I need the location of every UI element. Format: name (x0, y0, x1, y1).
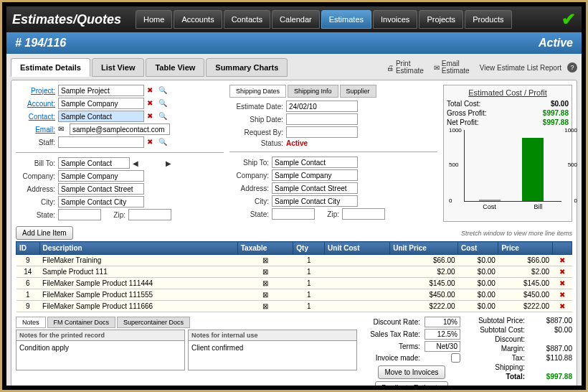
ship-address-input[interactable] (272, 182, 358, 194)
tab-shipping-info[interactable]: Shipping Info (288, 85, 338, 98)
tab-super-docs[interactable]: Supercontainer Docs (117, 317, 190, 328)
gross-profit-label: Gross Profit: (447, 109, 487, 117)
table-row[interactable]: 14Sample Product 111⊠1$2.00$0.00$2.00✖ (16, 266, 572, 278)
state-input[interactable] (58, 209, 101, 220)
email-estimate-link[interactable]: ✉Email Estimate (430, 60, 474, 75)
tab-supplier[interactable]: Supplier (340, 85, 376, 98)
tax-value: $110.88 (529, 354, 572, 362)
nav-tab-home[interactable]: Home (136, 10, 172, 29)
col-unit-cost[interactable]: Unit Cost (325, 242, 390, 255)
printed-notes-title: Notes for the printed record (16, 330, 184, 341)
account-input[interactable] (58, 98, 144, 109)
nav-tab-projects[interactable]: Projects (419, 10, 463, 29)
city-label: City: (16, 198, 55, 206)
total-cost-value: $0.00 (551, 100, 569, 108)
duplicate-estimate-button[interactable]: Duplicate Estimate (375, 381, 447, 386)
staff-input[interactable] (58, 136, 144, 148)
add-line-item-button[interactable]: Add Line Item (16, 226, 73, 240)
clear-icon[interactable]: ✖ (147, 86, 156, 95)
confirm-icon[interactable]: ✔ (561, 9, 576, 29)
tab-notes[interactable]: Notes (16, 317, 46, 328)
table-row[interactable]: 9FileMaker Training⊠1$66.00$0.00$66.00✖ (16, 255, 572, 266)
search-icon[interactable]: 🔍 (158, 86, 167, 95)
net-profit-label: Net Profit: (447, 118, 478, 126)
billto-input[interactable] (58, 157, 130, 169)
ship-zip-input[interactable] (342, 208, 385, 220)
help-icon[interactable]: ? (567, 62, 577, 73)
shipto-input[interactable] (272, 157, 358, 168)
ship-company-label: Company: (229, 172, 269, 179)
chevron-left-icon[interactable]: ◀ (133, 159, 138, 167)
clear-icon[interactable]: ✖ (147, 112, 156, 121)
delete-row-icon[interactable]: ✖ (559, 291, 565, 299)
cost-title: Estimated Cost / Profit (447, 88, 569, 97)
email-input[interactable] (70, 123, 170, 135)
table-row[interactable]: 1FileMaker Sample Product 111555⊠1$450.0… (16, 289, 572, 301)
contact-input[interactable] (58, 111, 144, 122)
search-icon[interactable]: 🔍 (158, 138, 167, 146)
project-input[interactable] (58, 85, 144, 96)
invoice-made-checkbox[interactable] (451, 353, 460, 363)
nav-tab-products[interactable]: Products (465, 10, 511, 29)
zip-input[interactable] (128, 209, 171, 220)
move-to-invoices-button[interactable]: Move to Invoices (378, 365, 445, 379)
col-taxable[interactable]: Taxable (237, 242, 293, 255)
delete-row-icon[interactable]: ✖ (559, 268, 565, 276)
nav-tab-invoices[interactable]: Invoices (373, 10, 417, 29)
col-unit-price[interactable]: Unit Price (390, 242, 458, 255)
search-icon[interactable]: 🔍 (158, 99, 167, 108)
printed-notes-content[interactable]: Condition apply (16, 341, 184, 370)
chevron-right-icon[interactable]: ▶ (166, 159, 171, 167)
delete-row-icon[interactable]: ✖ (559, 256, 565, 264)
delete-row-icon[interactable]: ✖ (559, 302, 565, 310)
bar-cost (479, 200, 501, 201)
col-cost[interactable]: Cost (458, 242, 498, 255)
reqby-input[interactable] (286, 126, 358, 138)
ship-state-label: State: (229, 210, 269, 218)
estdate-input[interactable] (286, 101, 358, 112)
nav-tab-accounts[interactable]: Accounts (174, 10, 222, 29)
nav-tab-contacts[interactable]: Contacts (224, 10, 270, 29)
discount-rate-input[interactable] (425, 317, 460, 327)
ship-state-input[interactable] (272, 208, 315, 220)
delete-row-icon[interactable]: ✖ (559, 279, 565, 287)
table-row[interactable]: 9FileMaker Sample Product 111666⊠1$222.0… (16, 301, 572, 312)
clear-icon[interactable]: ✖ (147, 99, 156, 108)
ship-zip-label: Zip: (318, 210, 339, 218)
tab-summary-charts[interactable]: Summary Charts (206, 58, 288, 77)
address-input[interactable] (58, 183, 144, 195)
email-label[interactable]: Email: (16, 126, 55, 134)
tab-list-view[interactable]: List View (92, 58, 144, 77)
col-qty[interactable]: Qty (293, 242, 325, 255)
ship-company-input[interactable] (272, 169, 358, 181)
tax-rate-input[interactable] (425, 329, 460, 340)
nav-tab-calendar[interactable]: Calendar (272, 10, 320, 29)
terms-input[interactable] (425, 341, 460, 352)
print-estimate-link[interactable]: 🖨Print Estimate (382, 60, 428, 75)
email-icon[interactable]: ✉ (58, 125, 67, 134)
internal-notes-content[interactable]: Client confirmed (189, 341, 356, 370)
tab-shipping-dates[interactable]: Shipping Dates (229, 85, 286, 98)
tab-table-view[interactable]: Table View (146, 58, 204, 77)
zip-label: Zip: (104, 211, 125, 219)
ship-city-input[interactable] (272, 195, 358, 207)
city-input[interactable] (58, 196, 144, 207)
nav-tab-estimates[interactable]: Estimates (321, 10, 371, 29)
tab-estimate-details[interactable]: Estimate Details (11, 58, 90, 77)
discount-label: Discount: (468, 335, 525, 343)
tax-rate-label: Sales Tax Rate: (363, 330, 420, 338)
shipdate-input[interactable] (286, 113, 358, 125)
bar-bill (522, 138, 544, 201)
view-list-report-link[interactable]: View Estimate List Report (475, 64, 566, 72)
col-id[interactable]: ID (16, 242, 40, 255)
company-input[interactable] (58, 170, 144, 182)
table-row[interactable]: 6FileMaker Sample Product 111444⊠1$145.0… (16, 278, 572, 289)
clear-icon[interactable]: ✖ (147, 138, 156, 146)
col-price[interactable]: Price (498, 242, 552, 255)
search-icon[interactable]: 🔍 (158, 112, 167, 121)
tab-fm-docs[interactable]: FM Container Docs (47, 317, 116, 328)
project-label[interactable]: Project: (16, 87, 55, 95)
col-description[interactable]: Description (39, 242, 237, 255)
account-label[interactable]: Account: (16, 100, 55, 108)
contact-label[interactable]: Contact: (16, 113, 55, 121)
